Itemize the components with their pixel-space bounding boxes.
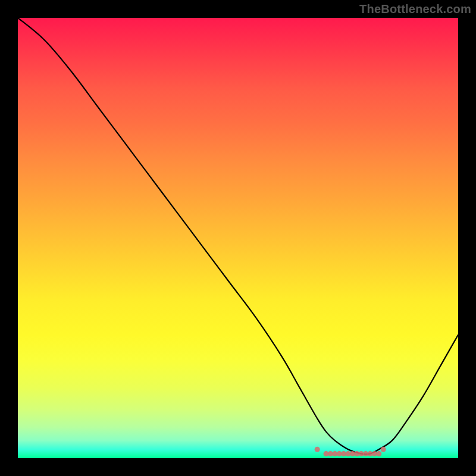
no-bottleneck-zone-markers	[315, 447, 386, 456]
marker-dot	[315, 447, 320, 452]
curve-svg	[18, 18, 458, 458]
marker-dot	[376, 451, 381, 456]
plot-area	[18, 18, 458, 458]
bottleneck-curve-line	[18, 18, 458, 455]
marker-dot	[381, 447, 386, 452]
watermark-text: TheBottleneck.com	[359, 2, 471, 16]
chart-container: TheBottleneck.com	[0, 0, 476, 476]
